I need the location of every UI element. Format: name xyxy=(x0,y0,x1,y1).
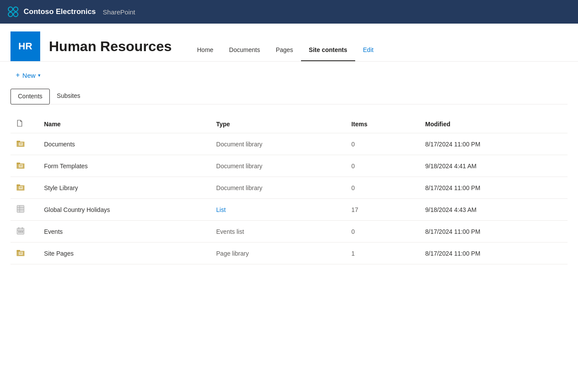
col-header-items: Items xyxy=(346,115,420,133)
row-name-form-templates[interactable]: Form Templates xyxy=(39,155,211,177)
row-type-events: Events list xyxy=(211,221,346,243)
tabs-section: Contents Subsites xyxy=(0,89,578,104)
row-type-style-library: Document library xyxy=(211,177,346,199)
site-logo: HR xyxy=(10,31,40,61)
table-row: Global Country HolidaysList179/18/2024 4… xyxy=(10,199,568,221)
row-icon-documents xyxy=(10,133,39,155)
app-name: SharePoint xyxy=(103,8,135,16)
chevron-down-icon: ▾ xyxy=(38,73,41,78)
row-name-style-library[interactable]: Style Library xyxy=(39,177,211,199)
svg-point-2 xyxy=(8,12,13,17)
col-header-modified: Modified xyxy=(420,115,568,133)
row-name-documents[interactable]: Documents xyxy=(39,133,211,155)
row-type-global-country-holidays[interactable]: List xyxy=(211,199,346,221)
svg-rect-19 xyxy=(17,205,24,212)
table-row: Form TemplatesDocument library09/18/2024… xyxy=(10,155,568,177)
row-items-documents: 0 xyxy=(346,133,420,155)
svg-rect-27 xyxy=(22,231,23,232)
row-name-events[interactable]: Events xyxy=(39,221,211,243)
svg-rect-10 xyxy=(17,163,20,164)
nav-item-documents[interactable]: Documents xyxy=(221,31,268,61)
nav-item-site-contents[interactable]: Site contents xyxy=(301,31,355,61)
tab-subsites[interactable]: Subsites xyxy=(50,89,87,104)
row-name-site-pages[interactable]: Site Pages xyxy=(39,243,211,264)
row-icon-events xyxy=(10,221,39,243)
row-modified-documents: 8/17/2024 11:00 PM xyxy=(420,133,568,155)
row-type-site-pages: Page library xyxy=(211,243,346,264)
nav-item-pages[interactable]: Pages xyxy=(268,31,301,61)
table-row: EventsEvents list08/17/2024 11:00 PM xyxy=(10,221,568,243)
row-modified-events: 8/17/2024 11:00 PM xyxy=(420,221,568,243)
row-modified-style-library: 8/17/2024 11:00 PM xyxy=(420,177,568,199)
row-modified-form-templates: 9/18/2024 4:41 AM xyxy=(420,155,568,177)
svg-rect-25 xyxy=(18,231,20,232)
row-items-style-library: 0 xyxy=(346,177,420,199)
col-header-name: Name xyxy=(39,115,211,133)
col-header-icon xyxy=(10,115,39,133)
row-type-documents: Document library xyxy=(211,133,346,155)
site-title: Human Resources xyxy=(49,38,172,55)
nav-item-home[interactable]: Home xyxy=(189,31,221,61)
row-modified-global-country-holidays: 9/18/2024 4:43 AM xyxy=(420,199,568,221)
table-row: Style LibraryDocument library08/17/2024 … xyxy=(10,177,568,199)
company-name: Contoso Electronics xyxy=(24,7,96,16)
row-items-site-pages: 1 xyxy=(346,243,420,264)
site-nav: Home Documents Pages Site contents Edit xyxy=(189,31,381,61)
row-icon-style-library xyxy=(10,177,39,199)
svg-point-0 xyxy=(8,7,13,11)
svg-rect-5 xyxy=(17,141,20,142)
tab-contents[interactable]: Contents xyxy=(10,89,50,104)
table-header-row: Name Type Items Modified xyxy=(10,115,568,133)
toolbar: + New ▾ xyxy=(0,62,578,89)
tabs: Contents Subsites xyxy=(10,89,568,104)
top-bar: Contoso Electronics SharePoint xyxy=(0,0,578,24)
row-items-form-templates: 0 xyxy=(346,155,420,177)
table-row: Site PagesPage library18/17/2024 11:00 P… xyxy=(10,243,568,264)
row-name-global-country-holidays[interactable]: Global Country Holidays xyxy=(39,199,211,221)
svg-rect-31 xyxy=(17,250,20,252)
row-items-global-country-holidays: 17 xyxy=(346,199,420,221)
company-logo: Contoso Electronics xyxy=(7,6,96,18)
row-modified-site-pages: 8/17/2024 11:00 PM xyxy=(420,243,568,264)
svg-point-1 xyxy=(14,7,18,11)
site-header: HR Human Resources Home Documents Pages … xyxy=(0,24,578,62)
row-icon-site-pages xyxy=(10,243,39,264)
new-label: New xyxy=(22,72,35,79)
col-header-type: Type xyxy=(211,115,346,133)
svg-rect-15 xyxy=(17,184,20,186)
row-items-events: 0 xyxy=(346,221,420,243)
contoso-logo-icon xyxy=(7,6,19,18)
svg-point-3 xyxy=(14,12,18,17)
row-icon-form-templates xyxy=(10,155,39,177)
file-icon xyxy=(16,119,24,127)
new-button[interactable]: + New ▾ xyxy=(10,69,46,82)
contents-table: Name Type Items Modified DocumentsDocume… xyxy=(10,115,568,264)
row-type-form-templates: Document library xyxy=(211,155,346,177)
site-logo-letters: HR xyxy=(18,41,32,52)
plus-icon: + xyxy=(16,71,20,79)
nav-item-edit[interactable]: Edit xyxy=(355,31,381,61)
row-icon-global-country-holidays xyxy=(10,199,39,221)
content-area: Name Type Items Modified DocumentsDocume… xyxy=(0,104,578,264)
svg-rect-26 xyxy=(20,231,21,232)
table-row: DocumentsDocument library08/17/2024 11:0… xyxy=(10,133,568,155)
